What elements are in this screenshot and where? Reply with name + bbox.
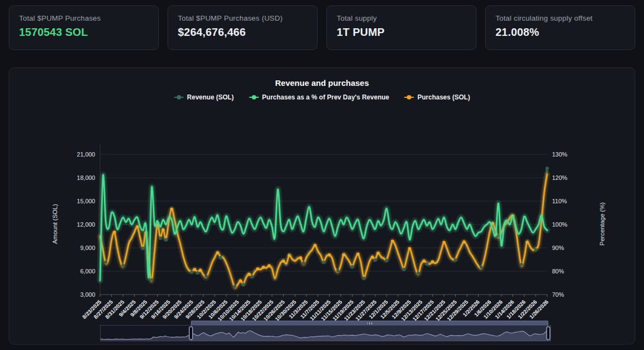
brush-drag-bar[interactable] (191, 321, 548, 325)
stat-label: Total circulating supply offset (496, 14, 625, 22)
revenue-purchases-chart[interactable]: 21,000130%18,000120%15,000110%12,000100%… (9, 68, 636, 344)
brush-right-handle[interactable] (546, 326, 550, 340)
svg-text:21,000: 21,000 (77, 151, 95, 158)
svg-text:70%: 70% (552, 291, 564, 298)
brush-left-handle[interactable] (189, 326, 193, 340)
stat-value: 21.008% (496, 26, 625, 39)
stat-label: Total supply (337, 14, 466, 22)
stat-card-total-supply: Total supply 1T PUMP (326, 5, 476, 50)
svg-text:100%: 100% (552, 221, 567, 228)
stat-label: Total $PUMP Purchases (USD) (178, 14, 307, 22)
stat-value: $264,676,466 (178, 26, 307, 39)
svg-text:9,000: 9,000 (80, 245, 95, 251)
svg-text:15,000: 15,000 (77, 198, 95, 204)
stat-card-total-purchases: Total $PUMP Purchases 1570543 SOL (9, 5, 159, 50)
stat-value: 1570543 SOL (19, 26, 148, 39)
stat-value: 1T PUMP (337, 26, 466, 39)
svg-text:18,000: 18,000 (77, 174, 95, 181)
svg-text:12,000: 12,000 (77, 221, 95, 228)
stat-card-circulating-offset: Total circulating supply offset 21.008% (485, 5, 635, 50)
svg-text:120%: 120% (552, 174, 567, 181)
revenue-purchases-panel: Revenue and purchases Revenue (SOL) Purc… (9, 67, 635, 345)
brush-selection[interactable] (191, 321, 548, 341)
svg-text:90%: 90% (552, 245, 564, 251)
svg-text:6,000: 6,000 (80, 268, 95, 274)
svg-text:110%: 110% (552, 198, 567, 204)
svg-text:80%: 80% (552, 268, 564, 274)
svg-text:130%: 130% (552, 151, 567, 158)
stat-card-total-purchases-usd: Total $PUMP Purchases (USD) $264,676,466 (168, 5, 318, 50)
brush-grip-icon (367, 322, 372, 324)
svg-text:3,000: 3,000 (80, 291, 95, 298)
stat-label: Total $PUMP Purchases (19, 14, 148, 22)
stats-row: Total $PUMP Purchases 1570543 SOL Total … (9, 5, 635, 50)
